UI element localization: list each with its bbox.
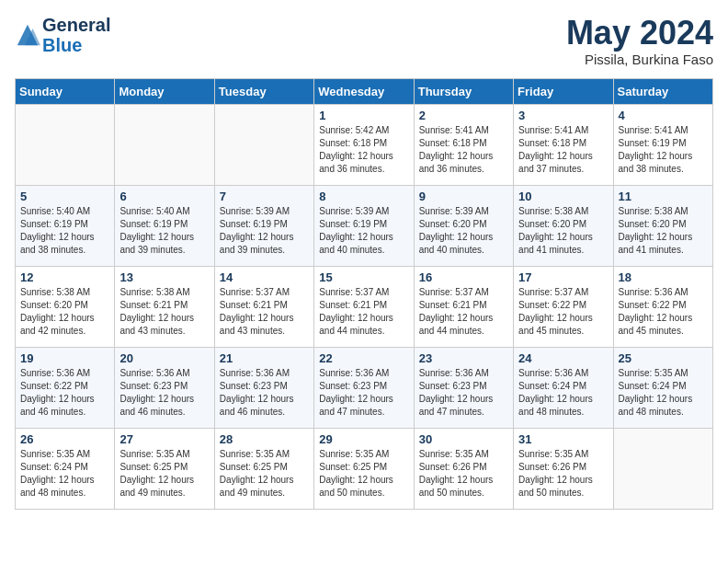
day-info: Sunrise: 5:37 AMSunset: 6:22 PMDaylight:… xyxy=(518,286,608,338)
calendar-week-1: 1Sunrise: 5:42 AMSunset: 6:18 PMDaylight… xyxy=(16,104,713,185)
calendar-cell: 4Sunrise: 5:41 AMSunset: 6:19 PMDaylight… xyxy=(613,104,712,185)
day-info: Sunrise: 5:39 AMSunset: 6:19 PMDaylight:… xyxy=(319,205,408,257)
calendar-cell: 29Sunrise: 5:35 AMSunset: 6:25 PMDayligh… xyxy=(314,428,414,509)
day-info: Sunrise: 5:36 AMSunset: 6:24 PMDaylight:… xyxy=(518,367,608,419)
calendar-table: SundayMondayTuesdayWednesdayThursdayFrid… xyxy=(15,78,713,510)
day-info: Sunrise: 5:40 AMSunset: 6:19 PMDaylight:… xyxy=(20,205,109,257)
calendar-week-3: 12Sunrise: 5:38 AMSunset: 6:20 PMDayligh… xyxy=(16,266,713,347)
day-info: Sunrise: 5:41 AMSunset: 6:18 PMDaylight:… xyxy=(518,124,608,176)
calendar-cell: 1Sunrise: 5:42 AMSunset: 6:18 PMDaylight… xyxy=(314,104,414,185)
calendar-cell xyxy=(214,104,313,185)
day-number: 6 xyxy=(119,190,209,203)
calendar-cell: 14Sunrise: 5:37 AMSunset: 6:21 PMDayligh… xyxy=(214,266,313,347)
day-number: 31 xyxy=(518,432,608,446)
day-number: 16 xyxy=(419,270,508,284)
calendar-cell xyxy=(613,428,712,509)
day-info: Sunrise: 5:38 AMSunset: 6:20 PMDaylight:… xyxy=(20,286,109,338)
weekday-header-sunday: Sunday xyxy=(16,78,115,104)
calendar-cell: 27Sunrise: 5:35 AMSunset: 6:25 PMDayligh… xyxy=(115,428,214,509)
calendar-cell xyxy=(16,104,115,185)
weekday-header-friday: Friday xyxy=(514,78,613,104)
calendar-week-2: 5Sunrise: 5:40 AMSunset: 6:19 PMDaylight… xyxy=(16,185,713,266)
calendar-cell: 10Sunrise: 5:38 AMSunset: 6:20 PMDayligh… xyxy=(514,185,613,266)
day-number: 5 xyxy=(20,190,109,203)
calendar-title: May 2024 xyxy=(566,15,713,52)
weekday-header-saturday: Saturday xyxy=(613,78,712,104)
calendar-cell: 21Sunrise: 5:36 AMSunset: 6:23 PMDayligh… xyxy=(214,347,313,428)
day-info: Sunrise: 5:36 AMSunset: 6:22 PMDaylight:… xyxy=(619,286,708,338)
calendar-cell: 9Sunrise: 5:39 AMSunset: 6:20 PMDaylight… xyxy=(414,185,513,266)
calendar-header: SundayMondayTuesdayWednesdayThursdayFrid… xyxy=(16,78,713,104)
day-number: 19 xyxy=(20,351,109,365)
day-info: Sunrise: 5:37 AMSunset: 6:21 PMDaylight:… xyxy=(319,286,408,338)
logo: General Blue xyxy=(15,15,110,55)
day-number: 14 xyxy=(220,270,309,284)
day-number: 10 xyxy=(518,190,608,203)
calendar-cell: 24Sunrise: 5:36 AMSunset: 6:24 PMDayligh… xyxy=(514,347,613,428)
day-info: Sunrise: 5:38 AMSunset: 6:20 PMDaylight:… xyxy=(619,205,708,257)
calendar-cell: 5Sunrise: 5:40 AMSunset: 6:19 PMDaylight… xyxy=(16,185,115,266)
weekday-header-thursday: Thursday xyxy=(414,78,513,104)
logo-icon xyxy=(15,22,40,48)
calendar-week-5: 26Sunrise: 5:35 AMSunset: 6:24 PMDayligh… xyxy=(16,428,713,509)
day-number: 18 xyxy=(619,270,708,284)
calendar-cell: 7Sunrise: 5:39 AMSunset: 6:19 PMDaylight… xyxy=(214,185,313,266)
calendar-subtitle: Pissila, Burkina Faso xyxy=(566,52,713,67)
day-info: Sunrise: 5:36 AMSunset: 6:23 PMDaylight:… xyxy=(419,367,508,419)
weekday-header-row: SundayMondayTuesdayWednesdayThursdayFrid… xyxy=(16,78,713,104)
day-number: 29 xyxy=(319,432,408,446)
calendar-cell: 22Sunrise: 5:36 AMSunset: 6:23 PMDayligh… xyxy=(314,347,414,428)
day-number: 8 xyxy=(319,190,408,203)
day-info: Sunrise: 5:35 AMSunset: 6:24 PMDaylight:… xyxy=(619,367,708,419)
day-number: 9 xyxy=(419,190,508,203)
day-info: Sunrise: 5:36 AMSunset: 6:23 PMDaylight:… xyxy=(220,367,309,419)
logo-blue: Blue xyxy=(42,35,110,55)
weekday-header-tuesday: Tuesday xyxy=(214,78,313,104)
day-info: Sunrise: 5:35 AMSunset: 6:25 PMDaylight:… xyxy=(220,448,309,500)
day-info: Sunrise: 5:35 AMSunset: 6:26 PMDaylight:… xyxy=(518,448,608,500)
day-number: 27 xyxy=(119,432,209,446)
day-number: 21 xyxy=(220,351,309,365)
day-info: Sunrise: 5:36 AMSunset: 6:22 PMDaylight:… xyxy=(20,367,109,419)
title-block: May 2024 Pissila, Burkina Faso xyxy=(566,15,713,67)
calendar-cell: 31Sunrise: 5:35 AMSunset: 6:26 PMDayligh… xyxy=(514,428,613,509)
day-number: 4 xyxy=(619,109,708,122)
day-info: Sunrise: 5:35 AMSunset: 6:26 PMDaylight:… xyxy=(419,448,508,500)
logo-general: General xyxy=(42,15,110,35)
calendar-cell: 20Sunrise: 5:36 AMSunset: 6:23 PMDayligh… xyxy=(115,347,214,428)
calendar-cell: 2Sunrise: 5:41 AMSunset: 6:18 PMDaylight… xyxy=(414,104,513,185)
day-info: Sunrise: 5:35 AMSunset: 6:25 PMDaylight:… xyxy=(319,448,408,500)
weekday-header-wednesday: Wednesday xyxy=(314,78,414,104)
calendar-cell: 11Sunrise: 5:38 AMSunset: 6:20 PMDayligh… xyxy=(613,185,712,266)
day-number: 7 xyxy=(220,190,309,203)
calendar-cell: 3Sunrise: 5:41 AMSunset: 6:18 PMDaylight… xyxy=(514,104,613,185)
calendar-cell: 8Sunrise: 5:39 AMSunset: 6:19 PMDaylight… xyxy=(314,185,414,266)
calendar-cell: 23Sunrise: 5:36 AMSunset: 6:23 PMDayligh… xyxy=(414,347,513,428)
day-info: Sunrise: 5:40 AMSunset: 6:19 PMDaylight:… xyxy=(119,205,209,257)
calendar-cell: 17Sunrise: 5:37 AMSunset: 6:22 PMDayligh… xyxy=(514,266,613,347)
calendar-cell: 15Sunrise: 5:37 AMSunset: 6:21 PMDayligh… xyxy=(314,266,414,347)
day-info: Sunrise: 5:41 AMSunset: 6:18 PMDaylight:… xyxy=(419,124,508,176)
day-number: 30 xyxy=(419,432,508,446)
day-number: 20 xyxy=(119,351,209,365)
day-number: 23 xyxy=(419,351,508,365)
calendar-cell: 16Sunrise: 5:37 AMSunset: 6:21 PMDayligh… xyxy=(414,266,513,347)
day-number: 17 xyxy=(518,270,608,284)
day-info: Sunrise: 5:38 AMSunset: 6:20 PMDaylight:… xyxy=(518,205,608,257)
day-info: Sunrise: 5:36 AMSunset: 6:23 PMDaylight:… xyxy=(119,367,209,419)
day-number: 26 xyxy=(20,432,109,446)
page-header: General Blue May 2024 Pissila, Burkina F… xyxy=(15,15,713,67)
day-number: 3 xyxy=(518,109,608,122)
day-number: 25 xyxy=(619,351,708,365)
calendar-cell: 30Sunrise: 5:35 AMSunset: 6:26 PMDayligh… xyxy=(414,428,513,509)
calendar-cell: 25Sunrise: 5:35 AMSunset: 6:24 PMDayligh… xyxy=(613,347,712,428)
calendar-cell: 13Sunrise: 5:38 AMSunset: 6:21 PMDayligh… xyxy=(115,266,214,347)
day-number: 13 xyxy=(119,270,209,284)
calendar-cell: 19Sunrise: 5:36 AMSunset: 6:22 PMDayligh… xyxy=(16,347,115,428)
day-info: Sunrise: 5:41 AMSunset: 6:19 PMDaylight:… xyxy=(619,124,708,176)
calendar-cell: 28Sunrise: 5:35 AMSunset: 6:25 PMDayligh… xyxy=(214,428,313,509)
day-info: Sunrise: 5:39 AMSunset: 6:19 PMDaylight:… xyxy=(220,205,309,257)
day-number: 28 xyxy=(220,432,309,446)
day-number: 11 xyxy=(619,190,708,203)
day-number: 22 xyxy=(319,351,408,365)
